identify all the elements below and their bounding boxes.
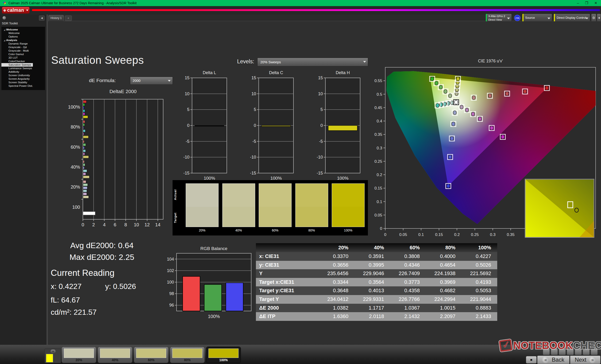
sidebar-item-analysis[interactable]: ◢Analysis <box>1 38 45 42</box>
sidebar-item-colorchecker[interactable]: ColorChecker <box>1 60 45 63</box>
swatch-label: 60% <box>259 229 291 232</box>
sidebar-item-saturation-sweeps[interactable]: Saturation Sweeps <box>1 63 33 67</box>
levels-value: 20% Sweeps <box>260 60 281 64</box>
sweep-tile-80%[interactable]: 80% <box>170 347 205 363</box>
sweep-tile-40%[interactable]: 40% <box>98 347 132 363</box>
svg-text:0.5: 0.5 <box>377 92 382 97</box>
calman-menu-button[interactable]: ◈ calman <box>2 7 30 14</box>
transport-button[interactable] <box>591 348 598 355</box>
sidebar-item-dynamic-range[interactable]: Dynamic Range <box>1 42 45 46</box>
display-control-dropdown[interactable]: Direct Display Control <box>554 14 590 22</box>
tile-label: 80% <box>170 358 204 362</box>
arrow-up-icon[interactable]: ▲ <box>50 349 56 353</box>
table-header: 60% <box>390 243 426 252</box>
svg-text:100: 100 <box>167 280 174 285</box>
sweep-tile-60%[interactable]: 60% <box>134 347 169 363</box>
svg-text:0.4: 0.4 <box>377 119 382 123</box>
table-cell: 1.1717 <box>354 304 390 312</box>
sidebar-item-additivity[interactable]: Additivity <box>1 70 45 74</box>
sidebar-item-welcome[interactable]: Welcome <box>1 31 45 35</box>
add-tab-button[interactable]: + <box>65 16 72 21</box>
sidebar-item-grayscale-multi[interactable]: Grayscale - Multi <box>1 49 45 53</box>
sidebar-item-screen-angularity[interactable]: Screen Angularity <box>1 77 45 81</box>
svg-text:15: 15 <box>185 76 190 80</box>
panel-collapse-icon[interactable]: ◀ <box>597 14 601 22</box>
table-cell: 1.0382 <box>319 304 354 312</box>
rgb-bar-green <box>204 285 222 311</box>
app-icon <box>3 1 6 5</box>
sidebar-item-options[interactable]: Options <box>1 35 45 38</box>
transport-button[interactable] <box>559 348 566 355</box>
source-dropdown[interactable]: Source <box>522 14 552 22</box>
sweep-tile-20%[interactable]: 20% <box>61 347 96 363</box>
bar-magenta-100% <box>83 113 85 115</box>
transport-button[interactable] <box>583 348 590 355</box>
next-button[interactable]: Next » <box>570 355 601 364</box>
expander-icon[interactable]: ◢ <box>4 39 5 41</box>
chevron-down-icon <box>363 61 366 63</box>
svg-text:0.45: 0.45 <box>374 105 382 110</box>
bar-green-40% <box>83 163 85 166</box>
transport-button[interactable] <box>551 348 558 355</box>
display-status-strip <box>554 14 555 22</box>
table-cell: 0.4193 <box>461 278 497 287</box>
bar-magenta-80% <box>83 133 84 135</box>
cie-point-white <box>454 100 459 105</box>
meter-dropdown[interactable]: X-Rite i1Pro 2 Direct View <box>485 14 512 22</box>
row-label: Y <box>256 269 319 278</box>
table-cell: 0.4227 <box>461 252 497 261</box>
bar-green-80% <box>83 123 84 126</box>
svg-text:0.1: 0.1 <box>377 200 382 204</box>
gear-icon[interactable]: ⚙ <box>591 14 596 22</box>
table-cell: 224.1938 <box>426 269 461 278</box>
sidebar-item-3d-lut[interactable]: 3D LUT <box>1 56 45 60</box>
svg-text:100%: 100% <box>68 104 80 110</box>
pattern-preview-tile[interactable]: ▲ <box>45 348 61 363</box>
bar-red-60% <box>83 141 84 143</box>
transport-button[interactable] <box>567 348 574 355</box>
transport-button[interactable] <box>543 348 550 355</box>
table-row: y: CIE310.36560.39950.43460.46540.5026 <box>256 261 497 269</box>
close-icon[interactable]: ✕ <box>594 0 597 6</box>
restore-icon[interactable]: ❐ <box>585 0 588 6</box>
svg-text:96: 96 <box>169 303 174 307</box>
row-label: Target x:CIE31 <box>256 278 319 287</box>
table-cell: 2.1432 <box>390 312 426 321</box>
sidebar-item-color-gamut[interactable]: Color Gamut <box>1 53 45 56</box>
workflow-options-button[interactable] <box>2 16 6 20</box>
chevron-down-icon <box>585 18 588 19</box>
svg-text:DeltaE 2000: DeltaE 2000 <box>110 89 137 94</box>
target-swatch <box>332 207 365 227</box>
sidebar-item-luminance-sweeps[interactable]: Luminance Sweeps <box>1 67 45 70</box>
transport-button[interactable] <box>575 348 582 355</box>
tab-history-1[interactable]: History 1 <box>48 15 64 21</box>
expander-icon[interactable]: ◢ <box>4 29 5 31</box>
sidebar-item-screen-stability[interactable]: Screen Stability <box>1 81 45 84</box>
levels-dropdown[interactable]: 20% Sweeps <box>257 58 368 66</box>
minimize-icon[interactable]: – <box>577 0 579 6</box>
back-button[interactable]: « Back <box>537 355 570 364</box>
svg-text:100: 100 <box>72 204 80 210</box>
table-row: Target y:CIE310.36480.40130.43580.46820.… <box>256 286 497 295</box>
sidebar: ◀ SDR Toolkit ◢WelcomeWelcomeOptions◢Ana… <box>0 15 47 345</box>
stop-button[interactable]: ■ <box>526 356 537 364</box>
tile-label: 20% <box>62 358 96 362</box>
sidebar-item-screen-uniformity[interactable]: Screen Uniformity <box>1 74 45 77</box>
table-cell: 0.5026 <box>461 261 497 269</box>
svg-text:15: 15 <box>318 76 323 80</box>
row-label: Target Y <box>256 295 319 304</box>
pattern-color-swatch <box>46 354 53 362</box>
sweep-tile-100%[interactable]: 100% <box>206 347 241 363</box>
table-cell: 0.3648 <box>319 286 354 295</box>
meter-count-badge[interactable]: 236 <box>514 15 521 21</box>
sidebar-item-spectral-power-dist-[interactable]: Spectral Power Dist. <box>1 84 45 88</box>
svg-text:104: 104 <box>167 257 174 261</box>
bar-cyan-40% <box>83 170 87 172</box>
sidebar-item-grayscale-2pt[interactable]: Grayscale - 2pt <box>1 46 45 49</box>
sidebar-collapse-icon[interactable]: ◀ <box>39 16 45 21</box>
cie-zoom-inset <box>525 179 594 237</box>
de-formula-dropdown[interactable]: 2000 <box>130 77 173 85</box>
svg-text:10: 10 <box>251 91 256 96</box>
sidebar-item-welcome[interactable]: ◢Welcome <box>1 28 45 31</box>
svg-text:15: 15 <box>251 76 256 80</box>
